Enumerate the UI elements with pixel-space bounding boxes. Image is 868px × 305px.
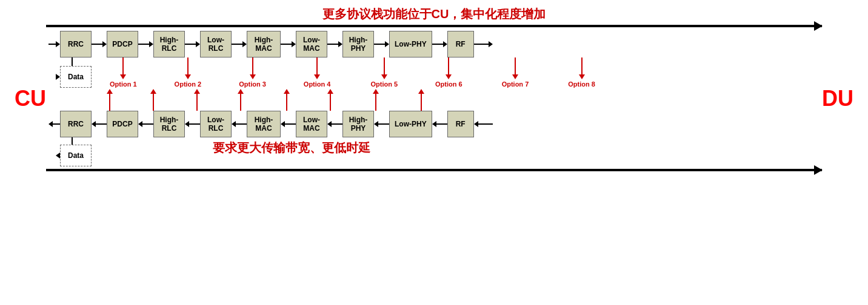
block-pdcp-top: PDCP [107, 31, 138, 57]
block-high-mac-bottom: High-MAC [247, 111, 281, 137]
up6-arrowhead [327, 89, 333, 94]
block-high-rlc-bottom: High-RLC [153, 111, 185, 137]
options-row: Data Option 1 Option 2 [56, 57, 820, 88]
block-low-rlc-bottom: Low-RLC [200, 111, 232, 137]
option3-arrowhead [250, 74, 256, 79]
entry-line [48, 44, 56, 45]
option5-col: Option 5 [370, 57, 398, 88]
option1-line [122, 57, 124, 74]
option4-arrowhead [314, 74, 320, 79]
option1-label: Option 1 [110, 80, 137, 88]
option6-label: Option 6 [435, 80, 462, 88]
block-high-mac-top: High-MAC [247, 31, 281, 57]
option2-arrowhead [185, 74, 191, 79]
block-low-mac-top: Low-MAC [296, 31, 327, 57]
data-arrow-head [56, 74, 60, 80]
data-arrow-head-bottom [56, 152, 60, 159]
up1-col [107, 89, 113, 111]
up7-arrowhead [373, 89, 379, 94]
top-label: 更多协议栈功能位于CU，集中化程度增加 [322, 6, 546, 22]
up3-arrowhead [194, 89, 200, 94]
up4-line [240, 94, 241, 111]
arrow-6 [327, 41, 342, 47]
up8-line [421, 94, 422, 111]
barrow-7 [374, 121, 389, 127]
up-arrows-row [56, 89, 820, 111]
barrow-3 [185, 121, 200, 127]
rrc-down-connector [72, 57, 73, 66]
entry-arrow-bottom [474, 121, 493, 127]
block-high-rlc-top: High-RLC [153, 31, 185, 57]
arrow-2 [138, 41, 153, 47]
block-low-phy-top: Low-PHY [389, 31, 432, 57]
option3-label: Option 3 [239, 80, 266, 88]
block-high-phy-bottom: High-PHY [342, 111, 374, 137]
block-high-phy-top: High-PHY [342, 31, 374, 57]
exit-arrowhead-left [48, 121, 53, 127]
option6-col: Option 6 [435, 57, 462, 88]
option5-line [384, 57, 385, 74]
up5-col [284, 89, 290, 111]
up3-col [194, 89, 200, 111]
option7-line [515, 57, 516, 74]
up6-line [330, 94, 331, 111]
data-area-bottom: Data 要求更大传输带宽、更低时延 [56, 137, 820, 166]
up7-line [375, 94, 376, 111]
up2-line [153, 94, 154, 111]
up8-arrowhead [418, 89, 424, 94]
bottom-arrow-line [46, 169, 823, 171]
data-block-top: Data [60, 66, 92, 88]
bottom-label: 要求更大传输带宽、更低时延 [213, 140, 370, 156]
up5-line [286, 94, 287, 111]
diagram-row: CU RRC PDCP [12, 31, 856, 166]
up3-line [196, 94, 198, 111]
arrow-1 [92, 41, 107, 47]
exit-arrow-top [474, 41, 493, 47]
option1-col: Option 1 [110, 57, 137, 88]
block-rrc-top: RRC [60, 31, 92, 57]
barrow-6 [327, 121, 342, 127]
data-row-top: Data [56, 66, 92, 88]
block-rrc-bottom: RRC [60, 111, 92, 137]
chains-area: RRC PDCP High-RLC Low-RLC [48, 31, 820, 166]
up6-col [327, 89, 333, 111]
option2-col: Option 2 [175, 57, 202, 88]
block-low-mac-bottom: Low-MAC [296, 111, 327, 137]
block-low-phy-bottom: Low-PHY [389, 111, 432, 137]
option3-line [252, 57, 253, 74]
up4-arrowhead [238, 89, 244, 94]
block-rf-top: RF [447, 31, 474, 57]
main-container: 更多协议栈功能位于CU，集中化程度增加 CU RRC PDCP [0, 0, 868, 305]
barrow-5 [281, 121, 296, 127]
data-area-top: Data [56, 57, 92, 88]
up7-col [373, 89, 379, 111]
bottom-arrow-row [46, 169, 823, 171]
option4-line [316, 57, 318, 74]
option2-label: Option 2 [175, 80, 202, 88]
option6-line [448, 57, 449, 74]
option5-arrowhead [381, 74, 387, 79]
option6-arrowhead [446, 74, 452, 79]
top-chain-row: RRC PDCP High-RLC Low-RLC [48, 31, 820, 57]
data-row-bottom: Data [56, 145, 92, 166]
arrow-4 [232, 41, 247, 47]
option7-col: Option 7 [502, 57, 529, 88]
block-low-rlc-top: Low-RLC [200, 31, 232, 57]
option8-col: Option 8 [568, 57, 595, 88]
block-pdcp-bottom: PDCP [107, 111, 138, 137]
top-arrow-row [46, 25, 823, 27]
up5-arrowhead [284, 89, 290, 94]
rrc-bottom-down-connector [72, 137, 73, 145]
up1-arrowhead [107, 89, 113, 94]
option7-label: Option 7 [502, 80, 529, 88]
option8-line [581, 57, 583, 74]
barrow-1 [92, 121, 107, 127]
cu-label: CU [12, 86, 48, 111]
arrow-5 [281, 41, 296, 47]
option5-label: Option 5 [370, 80, 398, 88]
up4-col [238, 89, 244, 111]
data-block-bottom: Data [60, 145, 92, 166]
option2-line [187, 57, 189, 74]
arrow-3 [185, 41, 200, 47]
barrow-8 [432, 121, 447, 127]
